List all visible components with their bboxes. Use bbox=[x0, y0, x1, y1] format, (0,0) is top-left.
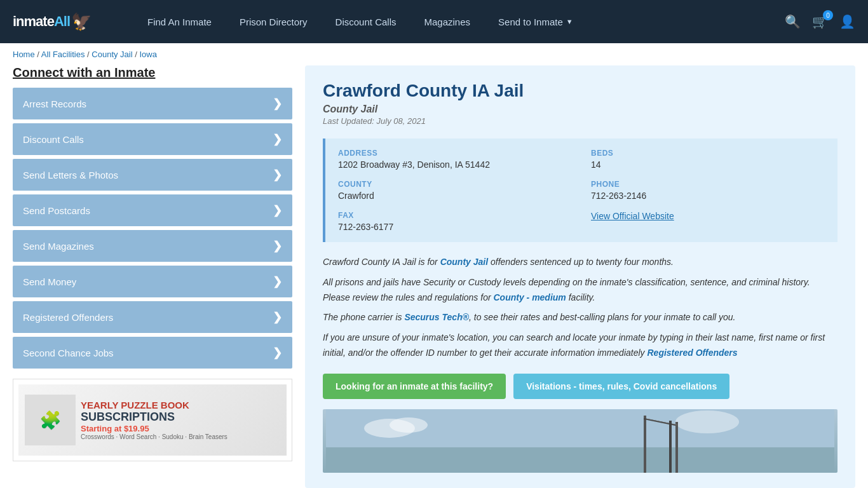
description-4: If you are unsure of your inmate's locat… bbox=[323, 330, 837, 361]
ad-content: 🧩 Yearly Puzzle Book SUBSCRIPTIONS Start… bbox=[18, 384, 287, 456]
fax-label: FAX bbox=[338, 211, 572, 220]
sidebar-item-label: Arrest Records bbox=[23, 98, 86, 109]
ad-subtitle: SUBSCRIPTIONS bbox=[81, 410, 227, 424]
address-value: 1202 Broadway #3, Denison, IA 51442 bbox=[338, 159, 572, 170]
ad-title: Yearly Puzzle Book bbox=[81, 400, 227, 410]
svg-rect-6 bbox=[675, 422, 678, 473]
breadcrumb-all-facilities[interactable]: All Facilities bbox=[41, 50, 85, 59]
sidebar-item-label: Send Money bbox=[23, 276, 76, 287]
county-block: COUNTY Crawford bbox=[338, 180, 572, 201]
cart-badge: 0 bbox=[823, 10, 833, 20]
breadcrumb: Home / All Facilities / County Jail / Io… bbox=[0, 43, 868, 65]
description-1: Crawford County IA Jail is for County Ja… bbox=[323, 255, 837, 270]
svg-point-3 bbox=[390, 417, 428, 433]
svg-rect-1 bbox=[326, 447, 834, 473]
website-link[interactable]: View Official Website bbox=[591, 211, 674, 221]
arrow-icon: ❯ bbox=[273, 203, 282, 217]
website-block[interactable]: View Official Website bbox=[591, 211, 825, 232]
arrow-icon: ❯ bbox=[273, 239, 282, 253]
arrow-icon: ❯ bbox=[273, 310, 282, 324]
nav-send-to-inmate[interactable]: Send to Inmate ▼ bbox=[484, 0, 587, 43]
description-3: The phone carrier is Securus Tech®, to s… bbox=[323, 310, 837, 325]
phone-label: PHONE bbox=[591, 180, 825, 189]
sidebar-item-send-magazines[interactable]: Send Magazines ❯ bbox=[13, 230, 292, 262]
logo-text-all: All bbox=[54, 13, 70, 29]
info-grid: ADDRESS 1202 Broadway #3, Denison, IA 51… bbox=[323, 139, 837, 242]
fax-block: FAX 712-263-6177 bbox=[338, 211, 572, 232]
phone-value: 712-263-2146 bbox=[591, 191, 825, 201]
user-button[interactable]: 👤 bbox=[839, 14, 855, 29]
facility-name: Crawford County IA Jail bbox=[323, 81, 837, 101]
svg-rect-5 bbox=[644, 416, 646, 473]
search-button[interactable]: 🔍 bbox=[785, 14, 801, 29]
sidebar-ad[interactable]: 🧩 Yearly Puzzle Book SUBSCRIPTIONS Start… bbox=[13, 379, 292, 461]
sidebar-menu: Arrest Records ❯ Discount Calls ❯ Send L… bbox=[13, 88, 292, 369]
nav-magazines[interactable]: Magazines bbox=[410, 0, 484, 43]
facility-photo bbox=[323, 409, 837, 473]
sidebar-item-label: Send Letters & Photos bbox=[23, 170, 118, 180]
breadcrumb-iowa[interactable]: Iowa bbox=[139, 50, 156, 59]
arrow-icon: ❯ bbox=[273, 168, 282, 182]
address-label: ADDRESS bbox=[338, 149, 572, 158]
sidebar: Connect with an Inmate Arrest Records ❯ … bbox=[13, 65, 292, 488]
securus-link[interactable]: Securus Tech® bbox=[404, 312, 469, 322]
sidebar-item-send-letters[interactable]: Send Letters & Photos ❯ bbox=[13, 159, 292, 191]
sidebar-title: Connect with an Inmate bbox=[13, 65, 292, 80]
address-block: ADDRESS 1202 Broadway #3, Denison, IA 51… bbox=[338, 149, 572, 170]
breadcrumb-county-jail[interactable]: County Jail bbox=[92, 50, 132, 59]
ad-desc: Crosswords · Word Search · Sudoku · Brai… bbox=[81, 433, 227, 440]
fax-value: 712-263-6177 bbox=[338, 222, 572, 232]
breadcrumb-home[interactable]: Home bbox=[13, 50, 35, 59]
registered-offenders-link[interactable]: Registered Offenders bbox=[647, 348, 737, 358]
county-label: COUNTY bbox=[338, 180, 572, 189]
nav-prison-directory[interactable]: Prison Directory bbox=[226, 0, 322, 43]
sidebar-item-label: Discount Calls bbox=[23, 134, 84, 145]
dropdown-arrow-icon: ▼ bbox=[566, 18, 573, 25]
arrow-icon: ❯ bbox=[273, 132, 282, 146]
sidebar-item-label: Send Postcards bbox=[23, 205, 90, 216]
beds-block: BEDS 14 bbox=[591, 149, 825, 170]
svg-rect-9 bbox=[669, 421, 672, 473]
beds-label: BEDS bbox=[591, 149, 825, 158]
arrow-icon: ❯ bbox=[273, 97, 282, 111]
arrow-icon: ❯ bbox=[273, 274, 282, 288]
sidebar-item-label: Registered Offenders bbox=[23, 312, 113, 323]
main-nav: Find An Inmate Prison Directory Discount… bbox=[133, 0, 785, 43]
county-value: Crawford bbox=[338, 191, 572, 201]
sidebar-item-second-chance-jobs[interactable]: Second Chance Jobs ❯ bbox=[13, 337, 292, 369]
logo-text-inmate: inmate bbox=[13, 13, 54, 29]
county-medium-link[interactable]: County - medium bbox=[493, 292, 566, 302]
phone-block: PHONE 712-263-2146 bbox=[591, 180, 825, 201]
content-area: Crawford County IA Jail County Jail Last… bbox=[305, 65, 855, 488]
cta-buttons: Looking for an inmate at this facility? … bbox=[323, 374, 837, 399]
nav-find-inmate[interactable]: Find An Inmate bbox=[133, 0, 226, 43]
header: inmateAll 🦅 Find An Inmate Prison Direct… bbox=[0, 0, 868, 43]
sidebar-item-discount-calls[interactable]: Discount Calls ❯ bbox=[13, 123, 292, 155]
visitations-button[interactable]: Visitations - times, rules, Covid cancel… bbox=[513, 374, 729, 399]
sidebar-item-label: Send Magazines bbox=[23, 241, 94, 252]
description-2: All prisons and jails have Security or C… bbox=[323, 275, 837, 306]
ad-price: Starting at $19.95 bbox=[81, 424, 227, 433]
sidebar-item-arrest-records[interactable]: Arrest Records ❯ bbox=[13, 88, 292, 119]
facility-type: County Jail bbox=[323, 104, 837, 115]
logo[interactable]: inmateAll 🦅 bbox=[13, 12, 114, 32]
facility-updated: Last Updated: July 08, 2021 bbox=[323, 116, 837, 126]
find-inmate-button[interactable]: Looking for an inmate at this facility? bbox=[323, 374, 506, 399]
beds-value: 14 bbox=[591, 159, 825, 170]
sidebar-item-send-money[interactable]: Send Money ❯ bbox=[13, 266, 292, 297]
sidebar-item-registered-offenders[interactable]: Registered Offenders ❯ bbox=[13, 301, 292, 333]
logo-icon: 🦅 bbox=[71, 12, 92, 32]
arrow-icon: ❯ bbox=[273, 346, 282, 360]
svg-point-4 bbox=[675, 410, 739, 433]
nav-right: 🔍 🛒 0 👤 bbox=[785, 14, 855, 29]
main-container: Connect with an Inmate Arrest Records ❯ … bbox=[0, 65, 868, 488]
cart-button[interactable]: 🛒 0 bbox=[812, 14, 828, 29]
sidebar-item-send-postcards[interactable]: Send Postcards ❯ bbox=[13, 194, 292, 226]
county-jail-link-1[interactable]: County Jail bbox=[440, 257, 488, 267]
sidebar-item-label: Second Chance Jobs bbox=[23, 348, 114, 358]
nav-discount-calls[interactable]: Discount Calls bbox=[322, 0, 410, 43]
